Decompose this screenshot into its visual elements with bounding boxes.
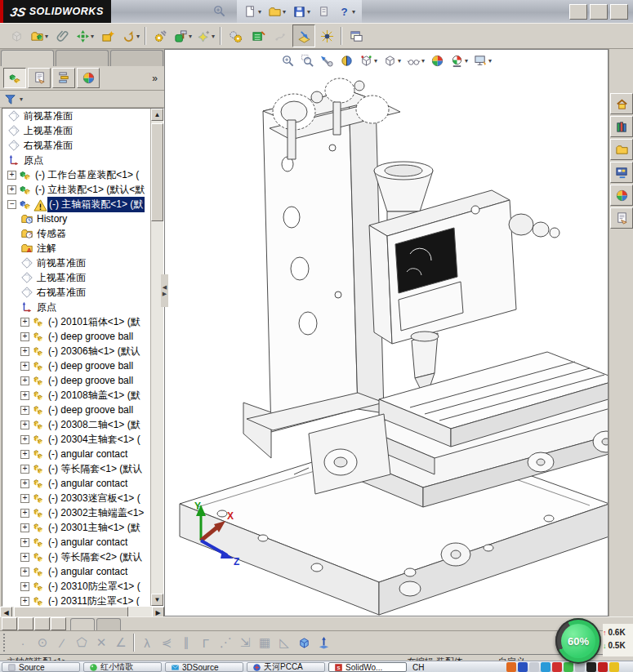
chevron-down-icon[interactable]: ▾ (258, 8, 261, 16)
assembly-toolbar-button[interactable]: ▾ (270, 24, 292, 47)
document-tab[interactable] (96, 618, 121, 631)
chevron-down-icon[interactable]: ▾ (374, 57, 377, 65)
expand-toggle[interactable]: + (20, 421, 29, 429)
view-toolbar-button[interactable]: ▾ (472, 53, 493, 69)
expand-toggle[interactable]: + (20, 553, 29, 562)
sketch-tool-button[interactable]: ⊙ (33, 635, 52, 650)
chevron-down-icon[interactable]: ▾ (189, 33, 192, 40)
tree-item[interactable]: + (-) 20310防尘罩<1> ( (2, 579, 151, 594)
sketch-tool-button[interactable]: ⋰ (216, 635, 235, 650)
command-tab[interactable] (110, 50, 163, 66)
tree-item[interactable]: 前视基准面 (2, 109, 151, 123)
expand-toggle[interactable]: + (20, 450, 29, 459)
expand-toggle[interactable]: + (20, 318, 29, 327)
expand-toggle[interactable]: + (7, 171, 16, 180)
document-window-button[interactable] (547, 55, 562, 67)
expand-panel-chevron[interactable]: » (152, 73, 161, 84)
tray-icon[interactable] (586, 662, 596, 672)
chevron-down-icon[interactable]: ▾ (136, 33, 140, 40)
expand-toggle[interactable]: + (20, 391, 29, 400)
sketch-tool-button[interactable]: ✕ (91, 635, 111, 650)
chevron-down-icon[interactable]: ▾ (307, 8, 310, 16)
tree-item[interactable]: + (-) deep groove ball (2, 358, 151, 373)
tree-item[interactable]: History (2, 211, 151, 226)
scrollbar-thumb[interactable] (151, 123, 163, 221)
task-pane-button[interactable] (610, 116, 633, 137)
chevron-down-icon[interactable]: ▾ (212, 33, 215, 40)
tab-nav-button[interactable] (51, 617, 66, 630)
window-control-button[interactable] (590, 4, 608, 20)
view-toolbar-button[interactable]: ▾ (299, 53, 316, 69)
tray-icon[interactable] (541, 662, 551, 672)
task-pane-button[interactable] (610, 185, 633, 206)
chevron-down-icon[interactable]: ▾ (352, 8, 355, 16)
tree-item[interactable]: + (-) angular contact (2, 447, 151, 461)
view-toolbar-button[interactable]: ▾ (358, 53, 379, 69)
assembly-toolbar-button[interactable]: ▾ (194, 24, 217, 47)
tree-item[interactable]: + (-) deep groove ball (2, 329, 151, 344)
tree-item[interactable]: + (-) 20311防尘罩<1> ( (2, 594, 151, 606)
sketch-tool-button[interactable]: ∠ (111, 635, 131, 650)
expand-toggle[interactable]: + (20, 332, 29, 341)
toolbar-grip[interactable] (3, 634, 8, 652)
assembly-toolbar-button[interactable]: ▾ (119, 24, 142, 47)
tree-item[interactable]: + (-) 20108轴盖<1> (默 (2, 388, 151, 403)
command-tab[interactable] (56, 50, 109, 66)
tree-item[interactable]: 原点 (2, 153, 151, 167)
tree-item[interactable]: 上视基准面 (2, 123, 151, 138)
command-tab[interactable] (1, 50, 54, 66)
tree-item[interactable]: + (-) 20302主轴端盖<1> (2, 505, 151, 520)
sketch-tool-button[interactable]: · (13, 636, 33, 650)
sketch-tool-button[interactable] (294, 636, 314, 650)
taskbar-app-button[interactable]: Source (2, 662, 80, 672)
expand-toggle[interactable]: + (7, 185, 16, 194)
assembly-toolbar-button[interactable]: ▾ (292, 24, 315, 47)
tree-item[interactable]: + (-) 等长隔套<2> (默认 (2, 550, 151, 564)
document-window-button[interactable] (567, 55, 582, 67)
assembly-toolbar-button[interactable]: ▾ (345, 24, 368, 47)
tree-item[interactable]: 传感器 (2, 226, 151, 241)
expand-toggle[interactable]: − (7, 200, 16, 209)
view-toolbar-button[interactable]: ▾ (319, 53, 336, 69)
chevron-down-icon[interactable]: ▾ (465, 57, 468, 65)
document-window-button[interactable] (508, 55, 523, 67)
document-window-button[interactable] (586, 55, 601, 67)
tray-icon[interactable] (621, 662, 631, 672)
quick-access-button[interactable]: ▾ (290, 3, 313, 20)
tree-item[interactable]: 右视基准面 (2, 138, 151, 153)
expand-toggle[interactable]: + (20, 362, 29, 371)
chevron-down-icon[interactable]: ▾ (91, 33, 94, 40)
tab-nav-button[interactable] (34, 617, 50, 630)
sketch-tool-button[interactable]: ⋞ (157, 635, 176, 650)
language-indicator[interactable]: CH (408, 663, 428, 672)
tab-nav-button[interactable] (2, 617, 17, 630)
quick-access-button[interactable]: ▾ (265, 3, 288, 20)
tree-item[interactable]: 右视基准面 (2, 285, 151, 300)
tray-icon[interactable] (529, 662, 539, 672)
expand-toggle[interactable]: + (20, 597, 29, 606)
tray-icon[interactable] (506, 662, 516, 672)
expand-toggle[interactable]: + (20, 347, 29, 356)
expand-toggle[interactable]: + (20, 582, 29, 591)
tree-item[interactable]: + (-) 20101箱体<1> (默 (2, 314, 151, 329)
task-pane-button[interactable] (610, 162, 633, 183)
expand-toggle[interactable]: + (20, 567, 29, 576)
tree-item[interactable]: A 注解 (2, 241, 151, 256)
window-control-button[interactable] (569, 4, 587, 20)
tree-item[interactable]: + (-) deep groove ball (2, 373, 151, 388)
view-toolbar-button[interactable]: ▾ (279, 53, 296, 69)
taskbar-app-button[interactable]: S SolidWo... (328, 662, 407, 672)
quick-access-button[interactable]: ? ▾ (335, 3, 358, 20)
filter-funnel-icon[interactable] (3, 92, 17, 106)
taskbar-app-button[interactable]: 红小情歌 (83, 662, 162, 672)
view-toolbar-button[interactable]: ▾ (405, 53, 426, 69)
tree-vertical-scrollbar[interactable]: ▲ ▼ (150, 109, 163, 606)
chevron-down-icon[interactable]: ▾ (421, 57, 425, 65)
assembly-toolbar-button[interactable]: ▾ (315, 24, 338, 47)
tree-item[interactable]: − (-) 主轴箱装配<1> (默 (2, 197, 151, 211)
chevron-down-icon[interactable]: ▾ (45, 33, 48, 40)
feature-manager-tab-button[interactable] (52, 68, 75, 88)
view-toolbar-button[interactable]: ▾ (448, 53, 470, 69)
sketch-tool-button[interactable]: ▦ (255, 635, 274, 650)
panel-splitter-handle[interactable]: ◀▶ (161, 274, 168, 307)
